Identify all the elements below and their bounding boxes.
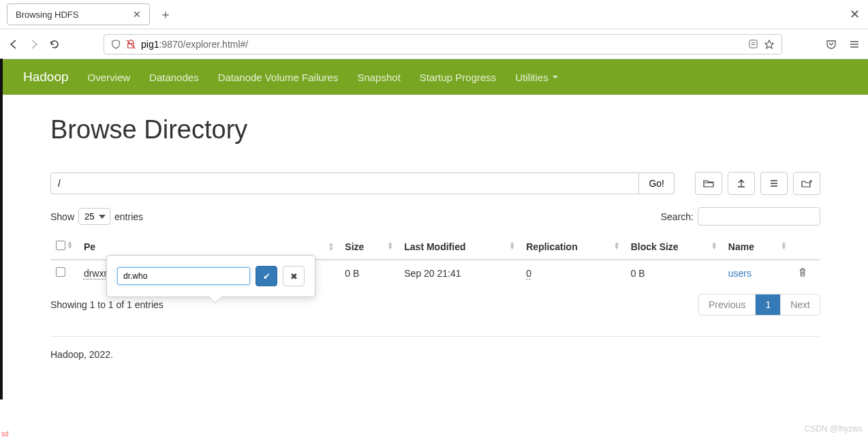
bookmark-star-icon[interactable] — [764, 39, 775, 50]
select-all-checkbox[interactable] — [56, 241, 65, 250]
new-folder-button[interactable] — [793, 172, 820, 195]
nav-overview[interactable]: Overview — [88, 72, 131, 83]
browser-tab[interactable]: Browsing HDFS ✕ — [7, 3, 150, 25]
table-controls: Show 25 entries Search: — [50, 207, 820, 226]
list-view-button[interactable] — [760, 172, 788, 195]
show-label: Show — [50, 211, 74, 222]
shield-icon[interactable] — [111, 40, 121, 49]
footer-text: Hadoop, 2022. — [50, 349, 820, 360]
page-size-select[interactable]: 25 — [78, 208, 110, 225]
path-input[interactable] — [50, 172, 639, 194]
back-icon[interactable] — [8, 39, 19, 50]
nav-volume-failures[interactable]: Datanode Volume Failures — [218, 72, 339, 83]
tab-title: Browsing HDFS — [16, 10, 126, 20]
owner-edit-input[interactable] — [117, 267, 250, 285]
new-tab-icon[interactable]: ＋ — [155, 6, 176, 22]
brand[interactable]: Hadoop — [23, 70, 69, 85]
pager: Previous 1 Next — [698, 294, 820, 316]
cell-delete[interactable] — [792, 260, 820, 286]
page-title: Browse Directory — [50, 115, 820, 145]
pager-page-1[interactable]: 1 — [756, 294, 781, 315]
search-label: Search: — [661, 211, 694, 222]
svg-rect-0 — [749, 40, 757, 48]
trash-icon[interactable] — [798, 267, 807, 277]
left-strip — [0, 59, 3, 374]
path-input-group: Go! — [50, 172, 675, 194]
col-replication[interactable]: Replication▲▼ — [521, 234, 625, 260]
search-input[interactable] — [698, 207, 820, 226]
menu-icon[interactable] — [849, 39, 860, 50]
toolbar-right — [826, 39, 860, 50]
owner-edit-popover: ✔ ✖ — [106, 255, 315, 297]
action-buttons — [695, 172, 820, 195]
top-nav: Hadoop Overview Datanodes Datanode Volum… — [3, 59, 868, 95]
cell-name[interactable]: users — [723, 260, 792, 286]
col-modified[interactable]: Last Modified▲▼ — [399, 234, 521, 260]
tab-bar: Browsing HDFS ✕ ＋ ✕ — [0, 0, 868, 29]
upload-button[interactable] — [728, 172, 755, 195]
show-entries: Show 25 entries — [50, 208, 143, 225]
reader-icon[interactable] — [748, 39, 758, 49]
main-content: Browse Directory Go! Show 25 entries Sea… — [3, 95, 868, 374]
url-text: pig1:9870/explorer.html#/ — [141, 39, 743, 50]
window-close-icon[interactable]: ✕ — [850, 7, 860, 22]
cell-replication[interactable]: 0 — [521, 260, 625, 286]
nav-datanodes[interactable]: Datanodes — [149, 72, 199, 83]
reload-icon[interactable] — [49, 39, 60, 50]
search-box: Search: — [661, 207, 820, 226]
nav-bar: pig1:9870/explorer.html#/ — [0, 29, 868, 59]
nav-utilities[interactable]: Utilities — [515, 72, 557, 83]
entries-label: entries — [114, 211, 143, 222]
col-size[interactable]: Size▲▼ — [339, 234, 399, 260]
col-name[interactable]: Name▲▼ — [723, 234, 792, 260]
path-row: Go! — [50, 172, 820, 195]
go-button[interactable]: Go! — [639, 172, 675, 194]
nav-snapshot[interactable]: Snapshot — [357, 72, 400, 83]
row-checkbox[interactable] — [56, 267, 65, 277]
pocket-icon[interactable] — [826, 39, 837, 50]
pager-prev[interactable]: Previous — [699, 294, 756, 315]
cell-modified: Sep 20 21:41 — [399, 260, 521, 286]
nav-startup-progress[interactable]: Startup Progress — [420, 72, 497, 83]
lock-icon[interactable] — [126, 40, 136, 49]
popover-confirm-button[interactable]: ✔ — [255, 266, 277, 286]
browser-chrome: Browsing HDFS ✕ ＋ ✕ pig1:9870/explorer.h… — [0, 0, 868, 59]
cell-blocksize: 0 B — [625, 260, 723, 286]
cell-size: 0 B — [339, 260, 399, 286]
col-blocksize[interactable]: Block Size▲▼ — [625, 234, 723, 260]
info-text: Showing 1 to 1 of 1 entries — [50, 299, 164, 310]
divider — [50, 336, 820, 337]
open-folder-button[interactable] — [695, 172, 722, 195]
popover-cancel-button[interactable]: ✖ — [283, 266, 305, 286]
close-tab-icon[interactable]: ✕ — [133, 9, 141, 20]
forward-icon[interactable] — [29, 39, 40, 50]
url-bar[interactable]: pig1:9870/explorer.html#/ — [104, 34, 782, 55]
pager-next[interactable]: Next — [781, 294, 820, 315]
